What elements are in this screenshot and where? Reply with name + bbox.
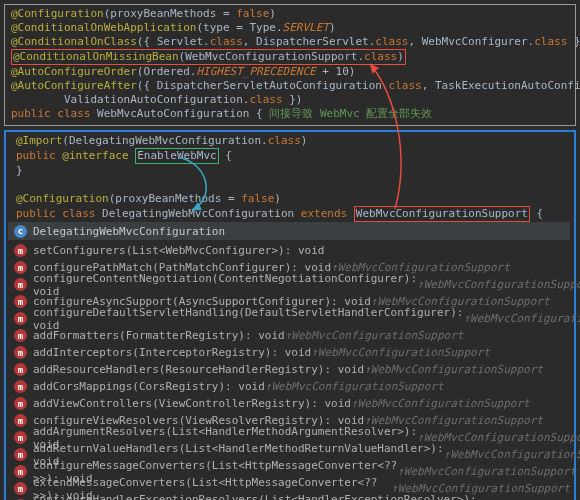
structure-title: DelegatingWebMvcConfiguration — [33, 225, 225, 238]
method-icon: m — [14, 346, 27, 359]
structure-item[interactable]: mconfigureDefaultServletHandling(Default… — [8, 310, 570, 327]
method-icon: m — [14, 244, 27, 257]
member-signature: addFormatters(FormatterRegistry): void — [33, 329, 285, 342]
member-owner: ↑WebMvcConfigurationSupport — [285, 329, 464, 342]
member-signature: configureHandlerExceptionResolvers(List<… — [33, 493, 477, 501]
class-icon: c — [14, 225, 27, 238]
member-signature: addCorsMappings(CorsRegistry): void — [33, 380, 265, 393]
method-icon: m — [14, 448, 27, 461]
member-owner: ↑WebMvcConfigurationSupport — [397, 465, 576, 478]
member-owner: ↑WebMvcConfigurationSupport — [311, 346, 490, 359]
code-block-autoconfig: @Configuration(proxyBeanMethods = false)… — [4, 4, 576, 126]
member-signature: addViewControllers(ViewControllerRegistr… — [33, 397, 351, 410]
method-icon: m — [14, 329, 27, 342]
structure-item[interactable]: maddResourceHandlers(ResourceHandlerRegi… — [8, 361, 570, 378]
member-signature: addInterceptors(InterceptorRegistry): vo… — [33, 346, 311, 359]
member-owner: ↑WebMvcConfigurationSupport — [265, 380, 444, 393]
method-icon: m — [14, 431, 27, 444]
method-icon: m — [14, 380, 27, 393]
method-icon: m — [14, 397, 27, 410]
highlight-config-support: WebMvcConfigurationSupport — [354, 206, 530, 222]
member-signature: addResourceHandlers(ResourceHandlerRegis… — [33, 363, 364, 376]
method-icon: m — [14, 278, 27, 291]
method-icon: m — [14, 363, 27, 376]
structure-item[interactable]: maddFormatters(FormatterRegistry): void … — [8, 327, 570, 344]
structure-item[interactable]: maddInterceptors(InterceptorRegistry): v… — [8, 344, 570, 361]
method-icon: m — [14, 482, 27, 495]
member-signature: configureContentNegotiation(ContentNegot… — [33, 272, 417, 298]
structure-item[interactable]: msetConfigurers(List<WebMvcConfigurer>):… — [8, 242, 570, 259]
method-icon: m — [14, 312, 27, 325]
method-icon: m — [14, 295, 27, 308]
member-owner: ↑WebMvcConfigurationSupport — [444, 448, 580, 461]
method-icon: m — [14, 465, 27, 478]
highlight-enable-webmvc: EnableWebMvc — [135, 148, 218, 164]
structure-list: c DelegatingWebMvcConfiguration msetConf… — [6, 222, 574, 500]
structure-item[interactable]: maddCorsMappings(CorsRegistry): void ↑We… — [8, 378, 570, 395]
member-owner: ↑WebMvcConfigurationSupport — [463, 312, 580, 325]
method-icon: m — [14, 261, 27, 274]
structure-item[interactable]: maddViewControllers(ViewControllerRegist… — [8, 395, 570, 412]
member-signature: configureDefaultServletHandling(DefaultS… — [33, 306, 463, 332]
member-owner: ↑WebMvcConfigurationSupport — [417, 278, 580, 291]
structure-header[interactable]: c DelegatingWebMvcConfiguration — [8, 222, 570, 240]
method-icon: m — [14, 414, 27, 427]
member-signature: setConfigurers(List<WebMvcConfigurer>): … — [33, 244, 324, 257]
highlight-missing-bean: @ConditionalOnMissingBean(WebMvcConfigur… — [11, 49, 406, 65]
code-block-delegating: @Import(DelegatingWebMvcConfiguration.cl… — [4, 130, 576, 500]
member-owner: ↑WebMvcConfigurationSupport — [351, 397, 530, 410]
structure-item[interactable]: mconfigureContentNegotiation(ContentNego… — [8, 276, 570, 293]
member-owner: ↑WebMvcConfigurationSupport — [364, 363, 543, 376]
